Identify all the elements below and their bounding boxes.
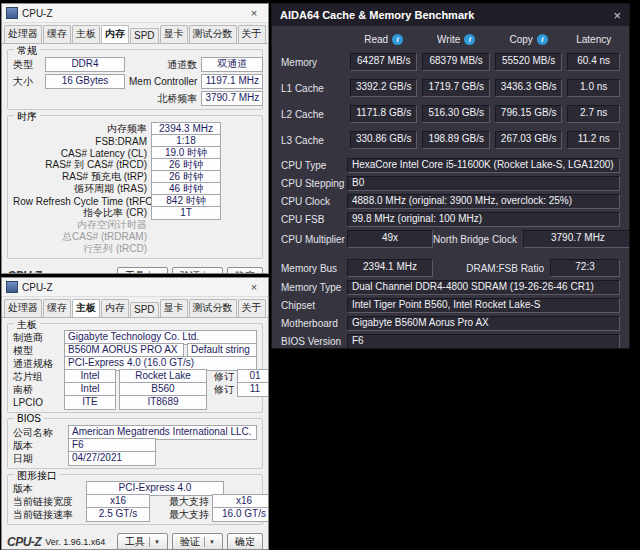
link-speed-value: 2.5 GT/s (86, 507, 150, 522)
cpuz-logo: CPU-Z (7, 269, 41, 274)
section-title: 主板 (14, 318, 40, 332)
bench-row-label: L1 Cache (281, 83, 345, 94)
tab-bench[interactable]: 测试分数 (189, 299, 237, 317)
cpuz-memory-body: 常规 类型 DDR4 通道数 双通道 大小 16 GBytes Mem Cont… (2, 44, 268, 264)
lpcio-label: LPCIO (13, 397, 61, 408)
close-icon[interactable]: × (244, 281, 264, 293)
manufacturer-label: 制造商 (13, 331, 61, 345)
memory-type-value: Dual Channel DDR4-4800 SDRAM (19-26-26-4… (347, 280, 620, 295)
revision-label: 修订 (210, 370, 234, 384)
tab-memory[interactable]: 内存 (101, 299, 129, 317)
bios-date-value: 04/27/2021 (68, 451, 156, 466)
memory-bus-value: 2394.1 MHz (347, 259, 433, 277)
tab-graphics[interactable]: 显卡 (160, 25, 188, 43)
tab-mainboard[interactable]: 主板 (72, 299, 100, 317)
info-row: Memory Bus 2394.1 MHz DRAM:FSB Ratio 72:… (281, 259, 620, 277)
max-supported-label: 最大支持 (153, 508, 209, 522)
cpu-fsb-label: CPU FSB (281, 214, 347, 225)
size-label: 大小 (13, 75, 41, 89)
gfx-version-label: 版本 (13, 482, 83, 496)
aida64-body: Readi Writei Copyi Latency Memory 64287 … (272, 26, 629, 349)
tab-mainboard[interactable]: 主板 (72, 25, 100, 43)
tools-button-label: 工具 (125, 269, 145, 274)
section-title: 图形接口 (14, 469, 60, 483)
max-supported-label: 最大支持 (153, 495, 209, 509)
cpu-stepping-label: CPU Stepping (281, 178, 347, 189)
timing-label: FSB:DRAM (13, 136, 151, 147)
window-title: CPU-Z (22, 282, 240, 293)
bios-version-label: BIOS Version (281, 336, 347, 347)
l2-copy-value: 796.15 GB/s (495, 105, 562, 123)
info-icon[interactable]: i (537, 34, 548, 45)
l2-write-value: 516.30 GB/s (422, 105, 489, 123)
southbridge-revision-value: 11 (237, 382, 269, 397)
aida64-window: AIDA64 Cache & Memory Benchmark × Readi … (271, 3, 630, 349)
tools-button[interactable]: 工具▼ (117, 267, 168, 274)
size-value: 16 GBytes (45, 74, 125, 89)
memory-latency-value: 60.4 ns (567, 53, 620, 71)
tab-caches[interactable]: 缓存 (43, 25, 71, 43)
ok-button[interactable]: 确定 (227, 533, 263, 550)
window-title: AIDA64 Cache & Memory Benchmark (280, 9, 603, 21)
tab-graphics[interactable]: 显卡 (160, 299, 188, 317)
tab-cpu[interactable]: 处理器 (4, 25, 42, 43)
link-speed-label: 当前链接速率 (13, 508, 83, 522)
cpu-fsb-value: 99.8 MHz (original: 100 MHz) (347, 212, 620, 227)
cpuz-mainboard-titlebar[interactable]: CPU-Z × (2, 278, 268, 297)
bench-row-label: L2 Cache (281, 109, 345, 120)
l2-latency-value: 2.7 ns (567, 105, 620, 123)
bench-row-label: L3 Cache (281, 135, 345, 146)
tab-spd[interactable]: SPD (130, 28, 159, 43)
bios-version-value: F6 (347, 334, 620, 349)
timings-section: 时序 内存频率 2394.3 MHz FSB:DRAM 1:18 CAS# La… (7, 115, 263, 259)
cpu-clock-label: CPU Clock (281, 196, 347, 207)
north-bridge-clock-label: North Bridge Clock (433, 234, 523, 245)
bios-date-label: 日期 (13, 452, 65, 466)
tab-bench[interactable]: 测试分数 (189, 25, 237, 43)
close-icon[interactable]: × (603, 8, 621, 23)
cpuz-app-icon (6, 281, 18, 293)
memory-type-value: DDR4 (45, 57, 125, 72)
info-icon[interactable]: i (464, 34, 475, 45)
l1-read-value: 3392.2 GB/s (350, 79, 417, 97)
validate-button[interactable]: 验证▼ (172, 533, 223, 550)
memory-read-value: 64287 MB/s (350, 53, 417, 71)
cpu-type-label: CPU Type (281, 160, 347, 171)
ok-button[interactable]: 确定 (227, 267, 263, 274)
timing-label: 循环周期 (tRAS) (13, 182, 151, 196)
type-label: 类型 (13, 58, 41, 72)
tab-cpu[interactable]: 处理器 (4, 299, 42, 317)
info-icon[interactable]: i (392, 34, 403, 45)
tools-button[interactable]: 工具▼ (117, 533, 168, 550)
cpu-multiplier-label: CPU Multiplier (281, 234, 347, 245)
cpu-multiplier-value: 49x (347, 230, 433, 248)
cpuz-mainboard-tabbar: 处理器 缓存 主板 内存 SPD 显卡 测试分数 关于 (2, 297, 268, 318)
cpuz-memory-window: CPU-Z × 处理器 缓存 主板 内存 SPD 显卡 测试分数 关于 常规 类… (1, 3, 269, 274)
timing-label: CAS# Latency (CL) (13, 148, 151, 159)
l2-read-value: 1171.8 GB/s (350, 105, 417, 123)
aida64-titlebar[interactable]: AIDA64 Cache & Memory Benchmark × (272, 4, 629, 26)
info-row: CPU Multiplier 49x North Bridge Clock 37… (281, 230, 620, 248)
north-bridge-clock-value: 3790.7 MHz (523, 230, 630, 248)
tab-about[interactable]: 关于 (238, 25, 266, 43)
model-label: 模型 (13, 344, 61, 358)
cpuz-mainboard-body: 主板 制造商 Gigabyte Technology Co. Ltd. 模型 B… (2, 318, 268, 530)
tab-memory[interactable]: 内存 (101, 25, 129, 43)
read-column-header: Readi (350, 34, 417, 45)
timing-row-disabled: 行至列 (tRCD) (13, 243, 257, 255)
cpuz-memory-titlebar[interactable]: CPU-Z × (2, 4, 268, 23)
cpu-clock-value: 4888.0 MHz (original: 3900 MHz, overcloc… (347, 194, 620, 209)
controller-label: Mem Controller (129, 76, 197, 87)
tab-about[interactable]: 关于 (238, 299, 266, 317)
close-icon[interactable]: × (244, 7, 264, 19)
tab-spd[interactable]: SPD (130, 302, 159, 317)
tab-caches[interactable]: 缓存 (43, 299, 71, 317)
graphic-interface-section: 图形接口 版本 PCI-Express 4.0 当前链接宽度 x16 最大支持 … (7, 474, 263, 525)
lpcio-model-value: IT8689 (119, 395, 207, 410)
cpuz-memory-footer: CPU-Z Ver. 1.96.1.x64 工具▼ 验证▼ 确定 (2, 264, 268, 274)
section-title: BIOS (14, 413, 44, 424)
validate-button[interactable]: 验证▼ (172, 267, 223, 274)
bios-version-label: 版本 (13, 439, 65, 453)
nb-frequency-value: 3790.7 MHz (201, 91, 263, 106)
l1-latency-value: 1.0 ns (567, 79, 620, 97)
